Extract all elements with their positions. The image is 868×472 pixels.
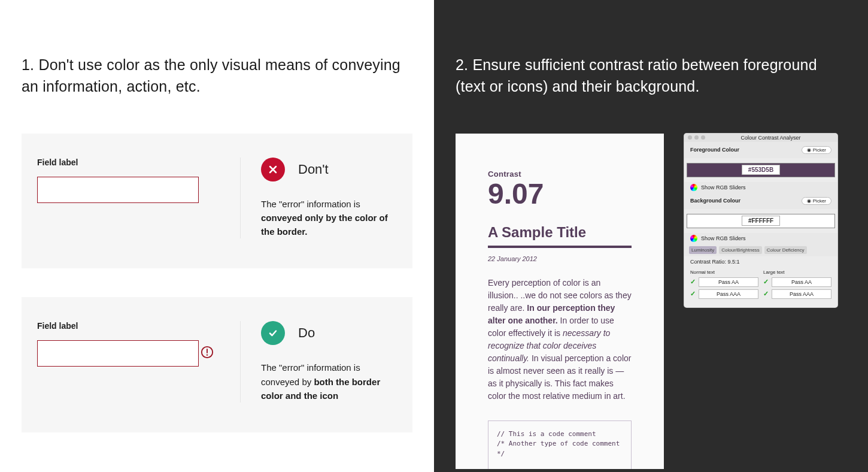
do-explanation: The "error" information is conveyed by b… xyxy=(261,361,397,403)
foreground-swatch[interactable]: #553D5B xyxy=(687,163,835,177)
contrast-label: Contrast xyxy=(488,170,632,178)
background-hex-value: #FFFFFF xyxy=(742,216,780,226)
minimize-icon[interactable] xyxy=(694,135,699,140)
pass-aaa-large: Pass AAA xyxy=(772,289,831,299)
svg-point-2 xyxy=(207,355,208,356)
background-swatch[interactable]: #FFFFFF xyxy=(687,214,835,228)
field-label: Field label xyxy=(37,158,220,167)
sample-article-card: Contrast 9.07 A Sample Title 22 January … xyxy=(456,134,664,469)
do-example-card: Field label Do The "error" information i… xyxy=(22,297,412,432)
background-picker-button[interactable]: ◉Picker xyxy=(802,197,831,205)
error-icon xyxy=(201,346,214,361)
tab-colour-deficiency[interactable]: Colour Deficiency xyxy=(764,246,807,254)
large-text-label: Large text xyxy=(763,270,831,275)
contrast-value: 9.07 xyxy=(488,180,632,208)
foreground-picker-button[interactable]: ◉Picker xyxy=(802,146,831,154)
pass-aaa-normal: Pass AAA xyxy=(699,289,758,299)
dont-badge-label: Don't xyxy=(298,162,329,177)
normal-text-label: Normal text xyxy=(690,270,758,275)
dont-badge-icon xyxy=(261,158,285,181)
checkmark-icon: ✓ xyxy=(763,278,769,286)
show-rgb-sliders-toggle[interactable]: Show RGB Sliders xyxy=(701,184,746,190)
article-body: Every perception of color is an illusion… xyxy=(488,277,632,403)
do-badge-icon xyxy=(261,321,285,345)
foreground-hex-value: #553D5B xyxy=(742,165,780,175)
guideline-1-heading: 1. Don't use color as the only visual me… xyxy=(22,54,412,98)
foreground-colour-label: Foreground Colour xyxy=(690,147,739,153)
eyedropper-icon: ◉ xyxy=(807,147,811,153)
color-wheel-icon xyxy=(690,184,697,191)
guideline-2-heading: 2. Ensure sufficient contrast ratio betw… xyxy=(456,54,846,98)
eyedropper-icon: ◉ xyxy=(807,198,811,204)
article-date: 22 January 2012 xyxy=(488,255,632,262)
text-input[interactable] xyxy=(37,177,199,203)
close-icon[interactable] xyxy=(688,135,692,140)
field-label: Field label xyxy=(37,321,220,331)
checkmark-icon: ✓ xyxy=(690,278,696,286)
show-rgb-sliders-toggle[interactable]: Show RGB Sliders xyxy=(701,235,746,241)
pass-aa-large: Pass AA xyxy=(772,277,831,287)
code-example: // This is a code comment /* Another typ… xyxy=(488,420,632,469)
background-colour-label: Background Colour xyxy=(690,198,740,204)
window-title: Colour Contrast Analyser xyxy=(708,135,834,141)
dont-example-card: Field label Don't The "error" informatio… xyxy=(22,134,412,269)
checkmark-icon: ✓ xyxy=(690,290,696,298)
contrast-ratio-text: Contrast Ratio: 9.5:1 xyxy=(684,256,837,267)
color-wheel-icon xyxy=(690,235,697,242)
do-badge-label: Do xyxy=(298,325,315,341)
article-title: A Sample Title xyxy=(488,224,632,248)
pass-aa-normal: Pass AA xyxy=(699,277,758,287)
checkmark-icon: ✓ xyxy=(763,290,769,298)
tab-colour-brightness[interactable]: Colour/Brightness xyxy=(719,246,762,254)
dont-explanation: The "error" information is conveyed only… xyxy=(261,197,397,239)
text-input-with-icon[interactable] xyxy=(37,340,199,367)
cca-app-window: Colour Contrast Analyser Foreground Colo… xyxy=(684,134,837,307)
tab-luminosity[interactable]: Luminosity xyxy=(689,246,717,254)
zoom-icon[interactable] xyxy=(701,135,705,140)
